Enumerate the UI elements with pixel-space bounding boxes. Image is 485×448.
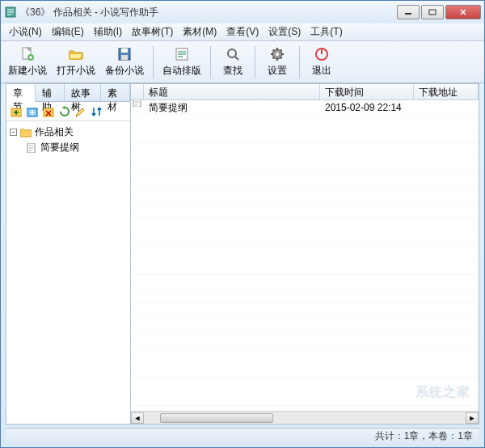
status-text: 共计：1章，本卷：1章 [375, 429, 473, 443]
tree-collapse-icon[interactable]: − [10, 129, 17, 136]
toolbar-label: 备份小说 [105, 64, 144, 78]
window-title: 《36》 作品相关 - 小说写作助手 [20, 6, 397, 19]
svg-rect-6 [121, 49, 128, 53]
open-novel-button[interactable]: 打开小说 [53, 44, 99, 80]
svg-rect-2 [429, 10, 436, 15]
tab-material[interactable]: 素材 [101, 84, 130, 101]
tab-storytree[interactable]: 故事树 [65, 84, 101, 101]
document-icon [132, 100, 143, 107]
row-icon-cell [131, 100, 144, 118]
layout-button[interactable]: 自动排版 [158, 44, 205, 80]
save-icon [116, 46, 133, 62]
list-header: 标题 下载时间 下载地址 [131, 84, 479, 100]
svg-point-9 [228, 49, 236, 57]
col-icon[interactable] [131, 84, 144, 99]
gear-icon [269, 46, 285, 62]
toolbar-label: 设置 [268, 64, 287, 78]
list-body[interactable]: 简要提纲 2015-02-09 22:14 [131, 100, 479, 411]
menu-settings[interactable]: 设置(S) [264, 23, 306, 40]
tree-child-item[interactable]: 简要提纲 [26, 140, 127, 155]
menu-tools[interactable]: 工具(T) [306, 23, 347, 40]
menu-assist[interactable]: 辅助(I) [89, 23, 127, 40]
tree-label: 作品相关 [35, 125, 74, 139]
menubar: 小说(N) 编辑(E) 辅助(I) 故事树(T) 素材(M) 查看(V) 设置(… [1, 23, 484, 41]
layout-icon [174, 46, 190, 62]
search-icon [225, 46, 241, 62]
scroll-left-button[interactable]: ◄ [131, 412, 144, 424]
tree-add-button[interactable] [10, 105, 23, 118]
toolbar-label: 查找 [223, 64, 242, 78]
scroll-right-button[interactable]: ► [466, 412, 479, 424]
menu-view[interactable]: 查看(V) [221, 23, 264, 40]
svg-line-10 [235, 57, 238, 60]
open-folder-icon [68, 46, 84, 62]
tree-delete-button[interactable] [42, 105, 55, 118]
close-button[interactable] [445, 5, 481, 19]
app-window: 《36》 作品相关 - 小说写作助手 小说(N) 编辑(E) 辅助(I) 故事树… [0, 0, 485, 448]
exit-icon [314, 46, 330, 62]
list-row[interactable]: 简要提纲 2015-02-09 22:14 [131, 100, 479, 115]
row-time: 2015-02-09 22:14 [320, 102, 414, 113]
settings-button[interactable]: 设置 [260, 44, 294, 80]
titlebar: 《36》 作品相关 - 小说写作助手 [1, 1, 484, 23]
minimize-button[interactable] [397, 5, 420, 19]
svg-rect-19 [133, 100, 141, 107]
toolbar-separator [255, 46, 255, 78]
toolbar-separator [210, 46, 211, 78]
col-title[interactable]: 标题 [144, 84, 320, 99]
tree-label: 简要提纲 [40, 141, 79, 154]
row-title: 简要提纲 [144, 101, 320, 115]
toolbar-label: 退出 [312, 64, 331, 78]
horizontal-scrollbar[interactable]: ◄ ► [131, 411, 479, 424]
folder-open-icon [20, 128, 32, 137]
tree-toolbar [6, 102, 130, 121]
toolbar-label: 打开小说 [57, 64, 95, 78]
menu-edit[interactable]: 编辑(E) [47, 23, 89, 40]
tree-root-item[interactable]: − 作品相关 [10, 125, 127, 140]
window-controls [397, 5, 481, 19]
right-panel: 标题 下载时间 下载地址 简要提纲 2015-02-09 22:14 ◄ [131, 84, 479, 424]
toolbar: 新建小说 打开小说 备份小说 自动排版 查找 设置 退出 [1, 41, 484, 83]
app-icon [4, 6, 17, 19]
main-area: 章节 辅助 故事树 素材 − 作品相关 [6, 83, 479, 425]
col-download-time[interactable]: 下载时间 [320, 84, 414, 99]
find-button[interactable]: 查找 [216, 44, 250, 80]
exit-button[interactable]: 退出 [305, 44, 339, 80]
svg-rect-7 [121, 55, 128, 60]
document-icon [26, 143, 37, 153]
menu-storytree[interactable]: 故事树(T) [127, 23, 178, 40]
left-panel: 章节 辅助 故事树 素材 − 作品相关 [6, 84, 131, 424]
toolbar-label: 自动排版 [162, 64, 201, 78]
svg-point-12 [276, 53, 279, 56]
left-tabs: 章节 辅助 故事树 素材 [6, 84, 130, 102]
backup-novel-button[interactable]: 备份小说 [101, 44, 148, 80]
statusbar: 共计：1章，本卷：1章 [6, 428, 479, 444]
tree-sort-button[interactable] [91, 105, 103, 118]
maximize-button[interactable] [421, 5, 444, 19]
toolbar-separator [299, 46, 300, 78]
toolbar-label: 新建小说 [8, 64, 47, 78]
tree-view[interactable]: − 作品相关 简要提纲 [6, 121, 130, 424]
toolbar-separator [153, 46, 154, 78]
new-novel-button[interactable]: 新建小说 [4, 44, 51, 80]
tab-chapter[interactable]: 章节 [6, 84, 36, 102]
new-file-icon [19, 46, 36, 62]
scroll-track[interactable] [144, 412, 466, 424]
scroll-thumb[interactable] [160, 413, 273, 423]
menu-novel[interactable]: 小说(N) [4, 23, 47, 40]
menu-material[interactable]: 素材(M) [178, 23, 221, 40]
tree-add2-button[interactable] [26, 105, 39, 118]
tree-edit-button[interactable] [74, 105, 87, 118]
tab-assist[interactable]: 辅助 [36, 84, 65, 101]
col-download-url[interactable]: 下载地址 [414, 84, 479, 99]
tree-refresh-button[interactable] [58, 105, 71, 118]
